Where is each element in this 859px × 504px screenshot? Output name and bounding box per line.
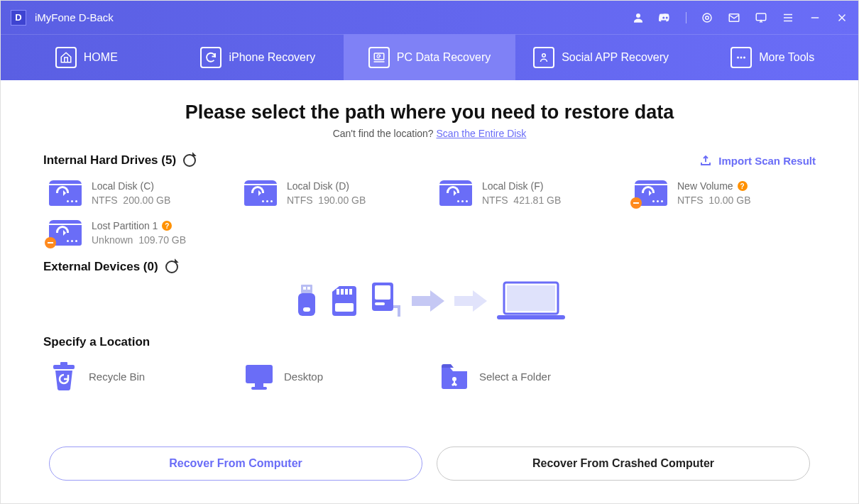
page-title: Please select the path where you need to… bbox=[43, 102, 816, 124]
minimize-icon[interactable] bbox=[809, 11, 821, 24]
hard-drive-icon bbox=[244, 180, 277, 206]
app-name: iMyFone D-Back bbox=[35, 11, 632, 23]
svg-rect-15 bbox=[337, 289, 339, 295]
help-icon[interactable]: ? bbox=[162, 221, 172, 231]
svg-rect-11 bbox=[303, 287, 306, 290]
tab-iphone-recovery[interactable]: iPhone Recovery bbox=[173, 34, 344, 80]
usb-drive-icon bbox=[294, 283, 319, 319]
refresh-drives-icon[interactable] bbox=[183, 154, 196, 167]
main-content: Please select the path where you need to… bbox=[1, 80, 858, 503]
desktop-icon bbox=[244, 362, 274, 390]
svg-rect-24 bbox=[507, 285, 555, 311]
hard-drive-icon bbox=[439, 180, 472, 206]
location-desktop[interactable]: Desktop bbox=[244, 362, 425, 390]
tab-label: iPhone Recovery bbox=[229, 51, 315, 64]
svg-rect-21 bbox=[375, 285, 390, 300]
subline-text: Can't find the location? bbox=[333, 128, 437, 139]
titlebar-controls bbox=[632, 11, 848, 24]
svg-rect-16 bbox=[341, 289, 344, 295]
user-icon[interactable] bbox=[632, 11, 645, 24]
arrow-right-icon bbox=[454, 290, 487, 312]
titlebar: D iMyFone D-Back bbox=[1, 1, 858, 34]
external-devices-illustration bbox=[43, 281, 816, 321]
svg-point-6 bbox=[542, 54, 546, 57]
refresh-icon bbox=[200, 47, 221, 68]
external-devices-section: External Devices (0) bbox=[43, 260, 816, 321]
svg-point-31 bbox=[452, 377, 456, 381]
close-icon[interactable] bbox=[836, 11, 848, 24]
mail-icon[interactable] bbox=[728, 11, 740, 24]
more-icon bbox=[731, 47, 752, 68]
svg-rect-29 bbox=[255, 383, 263, 387]
feedback-icon[interactable] bbox=[755, 11, 767, 24]
svg-rect-19 bbox=[335, 303, 354, 312]
hard-drive-icon bbox=[635, 180, 667, 206]
bottom-actions: Recover From Computer Recover From Crash… bbox=[43, 434, 816, 495]
tab-social-app-recovery[interactable]: Social APP Recovery bbox=[515, 34, 687, 80]
svg-rect-22 bbox=[375, 302, 385, 305]
tab-home[interactable]: HOME bbox=[1, 34, 173, 80]
menu-icon[interactable] bbox=[782, 11, 794, 24]
location-recycle-bin[interactable]: Recycle Bin bbox=[49, 362, 230, 390]
svg-point-8 bbox=[740, 57, 743, 59]
drive-local-f[interactable]: Local Disk (F) NTFS 421.81 GB bbox=[439, 180, 620, 206]
recover-from-computer-button[interactable]: Recover From Computer bbox=[49, 447, 422, 481]
svg-rect-28 bbox=[246, 365, 273, 383]
drive-lost-partition[interactable]: Lost Partition 1? Unknown 109.70 GB bbox=[49, 220, 230, 246]
recover-from-crashed-button[interactable]: Recover From Crashed Computer bbox=[437, 447, 810, 481]
external-hdd-icon bbox=[369, 283, 402, 319]
hard-drive-icon bbox=[49, 180, 82, 206]
svg-rect-27 bbox=[60, 362, 67, 366]
tab-label: More Tools bbox=[759, 51, 814, 64]
svg-rect-10 bbox=[301, 285, 312, 293]
svg-point-2 bbox=[706, 16, 709, 19]
recycle-bin-icon bbox=[49, 362, 79, 390]
warning-badge-icon bbox=[630, 197, 642, 209]
location-label: Select a Folder bbox=[479, 371, 551, 383]
pc-recovery-icon bbox=[368, 47, 390, 68]
import-scan-result-link[interactable]: Import Scan Result bbox=[699, 154, 816, 167]
svg-rect-14 bbox=[303, 307, 310, 312]
tab-pc-data-recovery[interactable]: PC Data Recovery bbox=[344, 34, 515, 80]
svg-rect-13 bbox=[298, 293, 315, 316]
scan-entire-disk-link[interactable]: Scan the Entire Disk bbox=[437, 128, 527, 139]
tab-more-tools[interactable]: More Tools bbox=[686, 34, 858, 80]
app-window: D iMyFone D-Back HOME iPhone Recovery PC… bbox=[0, 0, 859, 504]
svg-rect-25 bbox=[497, 315, 565, 319]
import-link-label: Import Scan Result bbox=[718, 155, 816, 167]
titlebar-divider bbox=[686, 12, 686, 23]
svg-point-0 bbox=[636, 13, 640, 18]
svg-rect-18 bbox=[349, 289, 352, 295]
drive-local-c[interactable]: Local Disk (C) NTFS 200.00 GB bbox=[49, 180, 230, 206]
svg-point-1 bbox=[703, 13, 711, 22]
section-title-external: External Devices (0) bbox=[43, 260, 816, 274]
social-icon bbox=[533, 47, 554, 68]
settings-icon[interactable] bbox=[701, 11, 713, 24]
tab-label: HOME bbox=[84, 51, 118, 64]
discord-icon[interactable] bbox=[659, 11, 672, 24]
section-title-internal: Internal Hard Drives (5) bbox=[43, 153, 196, 168]
laptop-icon bbox=[497, 281, 565, 321]
svg-point-9 bbox=[743, 57, 745, 59]
nav-tabs: HOME iPhone Recovery PC Data Recovery So… bbox=[1, 34, 858, 80]
hard-drive-icon bbox=[49, 220, 82, 246]
refresh-external-icon[interactable] bbox=[165, 261, 178, 273]
svg-rect-17 bbox=[345, 289, 348, 295]
internal-drives-section: Internal Hard Drives (5) Import Scan Res… bbox=[43, 153, 816, 246]
location-label: Recycle Bin bbox=[89, 371, 145, 383]
drive-new-volume[interactable]: New Volume? NTFS 10.00 GB bbox=[635, 180, 816, 206]
svg-rect-30 bbox=[251, 387, 267, 390]
location-label: Desktop bbox=[284, 371, 323, 383]
folder-icon bbox=[439, 362, 469, 390]
sd-card-icon bbox=[329, 286, 359, 316]
help-icon[interactable]: ? bbox=[738, 181, 748, 191]
location-select-folder[interactable]: Select a Folder bbox=[439, 362, 620, 390]
home-icon bbox=[55, 47, 77, 68]
specify-location-section: Specify a Location Recycle Bin Desktop S… bbox=[43, 335, 816, 390]
section-title-specify: Specify a Location bbox=[43, 335, 816, 349]
location-grid: Recycle Bin Desktop Select a Folder bbox=[43, 362, 816, 390]
drive-grid: Local Disk (C) NTFS 200.00 GB Local Disk… bbox=[43, 180, 816, 246]
arrow-right-icon bbox=[412, 290, 444, 312]
page-subtitle: Can't find the location? Scan the Entire… bbox=[43, 128, 816, 139]
drive-local-d[interactable]: Local Disk (D) NTFS 190.00 GB bbox=[244, 180, 425, 206]
